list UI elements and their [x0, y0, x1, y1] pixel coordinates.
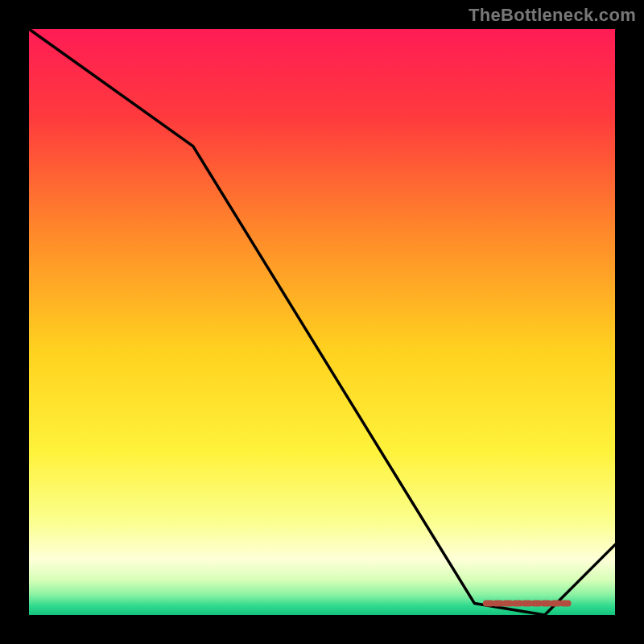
chart-stage: TheBottleneck.com	[0, 0, 644, 644]
gradient-background	[29, 29, 615, 615]
plot-area	[24, 24, 620, 620]
svg-rect-0	[29, 29, 615, 615]
watermark-text: TheBottleneck.com	[469, 5, 636, 26]
